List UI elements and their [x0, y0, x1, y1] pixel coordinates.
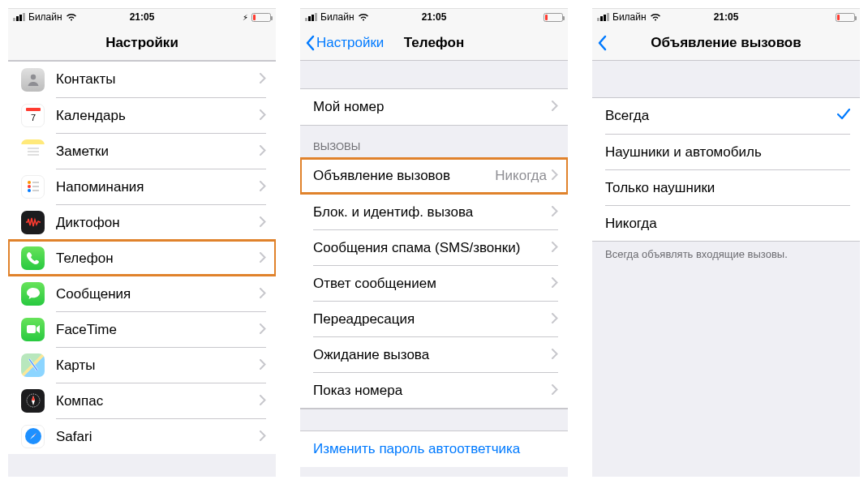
my-number-section: Мой номер — [300, 89, 568, 126]
back-button[interactable]: Настройки — [305, 35, 384, 51]
page-title: Настройки — [105, 35, 178, 51]
row-maps[interactable]: Карты — [8, 347, 276, 383]
status-left: Билайн — [597, 11, 661, 23]
svg-text:7: 7 — [30, 113, 35, 122]
clock: 21:05 — [422, 11, 447, 23]
chevron-right-icon — [552, 99, 558, 115]
row-compass[interactable]: Компас — [8, 383, 276, 418]
screen-settings: Билайн 21:05 ⚡︎ Настройки Контакты 7 Кал… — [8, 8, 276, 477]
clock: 21:05 — [714, 11, 739, 23]
row-label: Заметки — [56, 143, 260, 160]
section-gap — [592, 61, 860, 98]
chevron-right-icon — [552, 311, 558, 328]
row-notes[interactable]: Заметки — [8, 133, 276, 169]
nav-bar: Объявление вызовов — [592, 25, 860, 61]
chevron-right-icon — [260, 429, 266, 445]
chevron-right-icon — [552, 383, 558, 399]
chevron-right-icon — [260, 215, 266, 231]
section-gap — [300, 409, 568, 431]
wifi-icon — [358, 13, 369, 21]
row-respond-text[interactable]: Ответ сообщением — [300, 265, 568, 301]
messages-icon — [21, 282, 45, 306]
screen-phone-settings: Билайн 21:05 Настройки Телефон Мой номер… — [300, 8, 568, 477]
option-headphones[interactable]: Только наушники — [592, 169, 860, 205]
wifi-icon — [650, 13, 661, 21]
chevron-right-icon — [260, 251, 266, 267]
status-right: ⚡︎ — [243, 13, 271, 22]
battery-icon — [836, 13, 855, 22]
battery-icon — [544, 13, 563, 22]
notes-icon — [21, 139, 45, 163]
row-forwarding[interactable]: Переадресация — [300, 301, 568, 336]
chevron-left-icon — [597, 35, 607, 51]
row-label: Контакты — [56, 71, 260, 88]
row-my-number[interactable]: Мой номер — [300, 89, 568, 125]
calendar-icon: 7 — [21, 104, 45, 127]
row-show-caller-id[interactable]: Показ номера — [300, 372, 568, 408]
row-reminders[interactable]: Напоминания — [8, 169, 276, 204]
svg-point-9 — [28, 189, 31, 192]
signal-icon — [305, 13, 317, 21]
option-always[interactable]: Всегда — [592, 98, 860, 134]
row-label: Напоминания — [56, 179, 260, 195]
back-button[interactable] — [597, 35, 607, 51]
row-voice-memos[interactable]: Диктофон — [8, 204, 276, 240]
row-calendar[interactable]: 7 Календарь — [8, 97, 276, 133]
svg-point-0 — [30, 75, 35, 79]
row-label: Диктофон — [56, 215, 260, 231]
row-label: FaceTime — [56, 322, 260, 338]
calls-section: Объявление вызовов Никогда Блок. и идент… — [300, 158, 568, 409]
row-label: Показ номера — [313, 383, 552, 399]
row-label: Календарь — [56, 108, 260, 124]
row-messages[interactable]: Сообщения — [8, 276, 276, 311]
contacts-icon — [21, 68, 45, 92]
carrier-label: Билайн — [28, 11, 62, 23]
signal-icon — [597, 13, 609, 21]
option-label: Только наушники — [605, 180, 850, 196]
row-safari[interactable]: Safari — [8, 418, 276, 454]
chevron-right-icon — [260, 358, 266, 374]
wifi-icon — [66, 13, 77, 21]
chevron-right-icon — [552, 240, 558, 256]
row-label: Safari — [56, 429, 260, 445]
row-label: Ожидание вызова — [313, 347, 552, 363]
carrier-label: Билайн — [320, 11, 355, 23]
phone-icon — [21, 246, 45, 270]
option-label: Всегда — [605, 108, 837, 124]
settings-list: Контакты 7 Календарь Заметки Напоминания — [8, 61, 276, 454]
row-label: Компас — [56, 393, 260, 409]
option-label: Наушники и автомобиль — [605, 144, 850, 161]
status-left: Билайн — [305, 11, 369, 23]
nav-bar: Настройки Телефон — [300, 25, 568, 61]
option-headphones-car[interactable]: Наушники и автомобиль — [592, 134, 860, 169]
row-change-voicemail-pw[interactable]: Изменить пароль автоответчика — [300, 431, 568, 467]
chevron-right-icon — [260, 179, 266, 195]
section-gap — [300, 61, 568, 89]
facetime-icon — [21, 318, 45, 341]
row-call-waiting[interactable]: Ожидание вызова — [300, 336, 568, 372]
row-label: Сообщения — [56, 286, 260, 302]
row-spam[interactable]: Сообщения спама (SMS/звонки) — [300, 229, 568, 265]
chevron-right-icon — [552, 347, 558, 363]
nav-bar: Настройки — [8, 25, 276, 61]
status-bar: Билайн 21:05 ⚡︎ — [8, 9, 276, 25]
battery-icon — [251, 13, 271, 22]
option-label: Никогда — [605, 216, 850, 232]
chevron-left-icon — [305, 35, 315, 51]
compass-icon — [21, 389, 45, 413]
row-label: Объявление вызовов — [313, 168, 495, 184]
svg-rect-1 — [26, 108, 41, 111]
safari-icon — [21, 425, 45, 448]
charging-icon: ⚡︎ — [243, 13, 248, 22]
row-label: Телефон — [56, 251, 260, 267]
signal-icon — [13, 13, 25, 21]
row-phone[interactable]: Телефон — [8, 240, 276, 276]
option-never[interactable]: Никогда — [592, 205, 860, 241]
row-facetime[interactable]: FaceTime — [8, 311, 276, 347]
status-right — [836, 13, 855, 22]
row-block-id[interactable]: Блок. и идентиф. вызова — [300, 194, 568, 229]
svg-point-7 — [28, 181, 31, 184]
row-announce-calls[interactable]: Объявление вызовов Никогда — [300, 158, 568, 194]
row-contacts[interactable]: Контакты — [8, 62, 276, 97]
page-title: Объявление вызовов — [651, 35, 801, 51]
